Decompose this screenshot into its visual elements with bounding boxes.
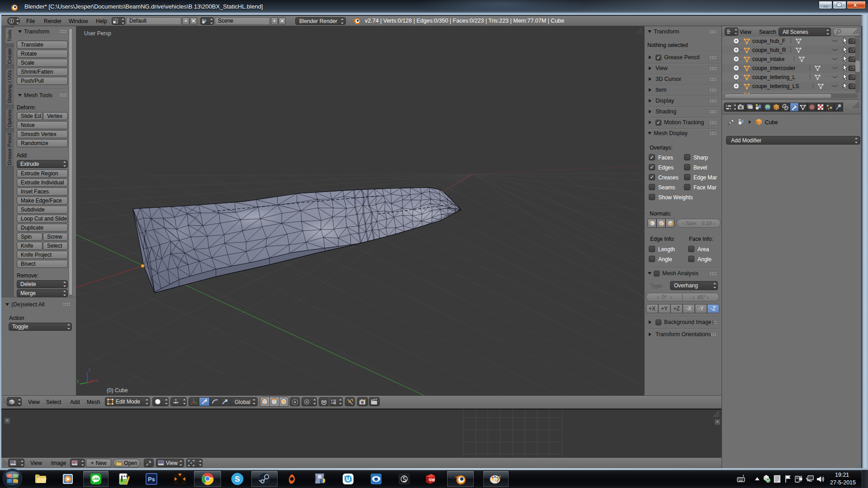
svg-text:SW: SW <box>429 478 435 482</box>
svg-text:z: z <box>89 367 91 372</box>
svg-text:x: x <box>96 378 99 383</box>
svg-text:LINE: LINE <box>93 477 99 480</box>
svg-text:S: S <box>235 474 240 483</box>
svg-text:y: y <box>77 379 79 383</box>
svg-text:Ps: Ps <box>148 476 155 483</box>
